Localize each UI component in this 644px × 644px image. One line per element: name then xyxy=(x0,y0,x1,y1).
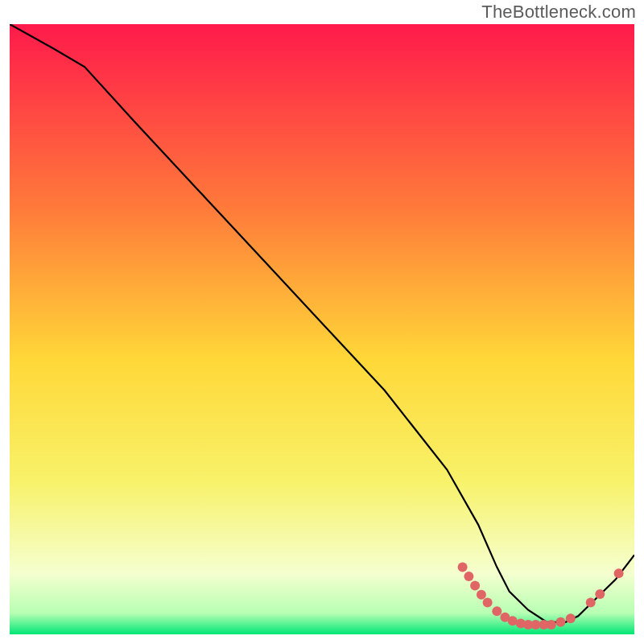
chart-marker-dot xyxy=(547,620,556,630)
chart-marker-dot xyxy=(464,572,473,581)
chart-svg xyxy=(10,24,634,634)
chart-marker-dot xyxy=(595,589,605,599)
chart-marker-dot xyxy=(458,563,468,572)
chart-background xyxy=(10,24,634,634)
chart-marker-dot xyxy=(477,590,486,600)
chart-marker-dot xyxy=(586,598,596,608)
chart-plot xyxy=(10,24,634,634)
chart-marker-dot xyxy=(492,606,502,616)
chart-frame: TheBottleneck.com xyxy=(0,0,644,644)
chart-marker-dot xyxy=(566,613,576,623)
chart-marker-dot xyxy=(555,617,565,627)
watermark-text: TheBottleneck.com xyxy=(481,2,636,23)
chart-marker-dot xyxy=(614,568,624,578)
chart-marker-dot xyxy=(470,580,480,590)
chart-marker-dot xyxy=(483,598,493,608)
chart-marker-dot xyxy=(508,616,518,625)
